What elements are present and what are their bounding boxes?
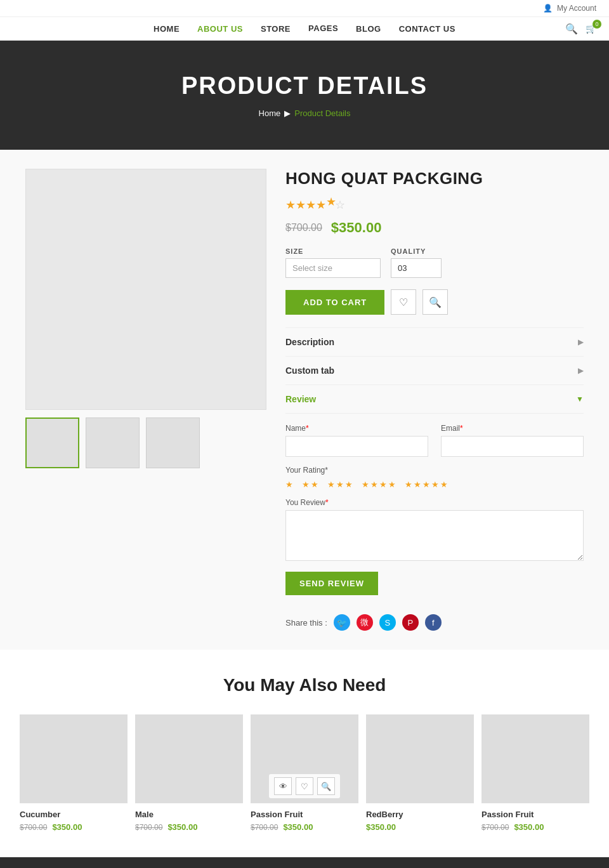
add-to-cart-row: ADD TO CART ♡ 🔍 <box>285 289 584 315</box>
related-name-0: Cucumber <box>20 810 128 819</box>
description-arrow: ▶ <box>578 338 584 346</box>
thumb-3[interactable] <box>146 418 200 468</box>
description-accordion[interactable]: Description ▶ <box>285 327 584 356</box>
related-wish-2[interactable]: ♡ <box>296 777 313 795</box>
related-old-price-4: $700.00 <box>481 823 509 832</box>
related-card-1: Male $700.00 $350.00 <box>135 714 243 832</box>
related-section: You May Also Need Cucumber $700.00 $350.… <box>0 650 609 857</box>
size-option: SIZE Select size Small Medium Large <box>285 247 381 278</box>
nav-about[interactable]: ABOUT US <box>197 24 243 34</box>
review-text-container: You Review* <box>285 498 584 563</box>
skype-share[interactable]: S <box>379 614 396 631</box>
related-search-2[interactable]: 🔍 <box>317 777 335 795</box>
rating-1[interactable]: ★ <box>285 480 293 489</box>
thumb-1[interactable] <box>25 418 79 468</box>
related-price-0: $700.00 $350.00 <box>20 822 128 832</box>
old-price: $700.00 <box>285 222 322 233</box>
nav-contact[interactable]: CONTACT US <box>399 24 455 34</box>
review-arrow: ▼ <box>576 395 584 404</box>
related-price-1: $700.00 $350.00 <box>135 822 243 832</box>
related-new-price-1: $350.00 <box>167 822 197 832</box>
nav-home[interactable]: HOME <box>154 24 180 34</box>
product-title: HONG QUAT PACKGING <box>285 169 584 188</box>
nav-blog[interactable]: BLOG <box>356 24 381 34</box>
related-name-4: Passion Fruit <box>481 810 589 819</box>
thumb-2[interactable] <box>86 418 140 468</box>
related-name-3: RedBerry <box>366 810 474 819</box>
description-label: Description <box>285 337 334 347</box>
review-label: Review <box>285 394 316 404</box>
breadcrumb-home[interactable]: Home <box>259 109 281 118</box>
rating-3[interactable]: ★★★ <box>327 480 353 489</box>
custom-tab-label: Custom tab <box>285 365 334 376</box>
related-grid: Cucumber $700.00 $350.00 Male $700.00 $3… <box>25 714 584 832</box>
nav-links: HOME ABOUT US STORE PAGES BLOG CONTACT U… <box>154 23 455 34</box>
rating-4[interactable]: ★★★★ <box>362 480 396 489</box>
review-accordion[interactable]: Review ▼ <box>285 385 584 414</box>
related-old-price-1: $700.00 <box>135 823 162 832</box>
main-nav: HOME ABOUT US STORE PAGES BLOG CONTACT U… <box>0 17 609 41</box>
related-image-1 <box>135 714 243 803</box>
related-title: You May Also Need <box>25 675 584 695</box>
related-card-2: 👁 ♡ 🔍 Passion Fruit $700.00 $350.00 <box>251 714 358 832</box>
product-stars: ★★★★★☆ <box>285 195 584 212</box>
send-review-button[interactable]: SEND REVIEW <box>285 572 378 595</box>
rating-row: Your Rating* ★ ★★ ★★★ ★★★★ ★★★★★ <box>285 466 584 489</box>
review-textarea[interactable] <box>285 510 584 561</box>
email-field: Email* <box>441 424 584 457</box>
related-image-3 <box>366 714 474 803</box>
rating-2[interactable]: ★★ <box>302 480 318 489</box>
product-section: HONG QUAT PACKGING ★★★★★☆ $700.00 $350.0… <box>0 150 609 650</box>
pinterest-share[interactable]: P <box>402 614 419 631</box>
facebook-share[interactable]: f <box>425 614 442 631</box>
breadcrumb: Home ▶ Product Details <box>13 109 596 118</box>
size-label: SIZE <box>285 247 381 255</box>
review-form: Name* Email* Your Rating* ★ ★★ <box>285 424 584 608</box>
account-icon: 👤 <box>543 4 553 13</box>
related-name-2: Passion Fruit <box>251 810 358 819</box>
cart-count: 0 <box>593 20 601 29</box>
my-account-link[interactable]: My Account <box>557 4 596 13</box>
wishlist-button[interactable]: ♡ <box>391 289 416 315</box>
size-select[interactable]: Select size Small Medium Large <box>285 258 381 278</box>
product-info: HONG QUAT PACKGING ★★★★★☆ $700.00 $350.0… <box>285 169 584 631</box>
email-input[interactable] <box>441 436 584 457</box>
rating-5[interactable]: ★★★★★ <box>405 480 448 489</box>
search-icon[interactable]: 🔍 <box>565 23 578 35</box>
cart-icon-container[interactable]: 🛒 0 <box>586 23 596 34</box>
nav-pages[interactable]: PAGES <box>308 23 338 33</box>
name-input[interactable] <box>285 436 428 457</box>
related-image-4 <box>481 714 589 803</box>
related-price-3: $350.00 <box>366 822 474 832</box>
quick-view-button[interactable]: 🔍 <box>422 289 448 315</box>
related-old-price-2: $700.00 <box>251 823 278 832</box>
name-field: Name* <box>285 424 428 457</box>
footer: About Us With more than 15 years of expe… <box>0 857 609 868</box>
rating-options: ★ ★★ ★★★ ★★★★ ★★★★★ <box>285 480 584 489</box>
hero-banner: PRODUCT DETAILS Home ▶ Product Details <box>0 41 609 150</box>
related-image-0 <box>20 714 128 803</box>
price-row: $700.00 $350.00 <box>285 220 584 236</box>
options-row: SIZE Select size Small Medium Large QUAL… <box>285 247 584 278</box>
related-price-2: $700.00 $350.00 <box>251 822 358 832</box>
related-new-price-0: $350.00 <box>52 822 82 832</box>
product-images <box>25 169 266 631</box>
name-email-row: Name* Email* <box>285 424 584 457</box>
related-name-1: Male <box>135 810 243 819</box>
thumbnail-row <box>25 418 266 468</box>
new-price: $350.00 <box>331 220 382 236</box>
nav-store[interactable]: STORE <box>261 24 291 34</box>
add-to-cart-button[interactable]: ADD TO CART <box>285 290 384 315</box>
main-product-image <box>25 169 266 410</box>
nav-icons: 🔍 🛒 0 <box>565 23 596 35</box>
email-label: Email* <box>441 424 584 433</box>
related-view-2[interactable]: 👁 <box>274 777 292 795</box>
quality-select[interactable]: 01 02 03 04 05 <box>391 258 442 278</box>
page-title: PRODUCT DETAILS <box>13 72 596 100</box>
related-actions-2: 👁 ♡ 🔍 <box>269 774 340 798</box>
breadcrumb-current: Product Details <box>294 109 350 118</box>
breadcrumb-arrow: ▶ <box>284 109 291 118</box>
twitter-share[interactable]: 🐦 <box>334 614 350 631</box>
weibo-share[interactable]: 微 <box>357 614 373 631</box>
custom-tab-accordion[interactable]: Custom tab ▶ <box>285 356 584 385</box>
